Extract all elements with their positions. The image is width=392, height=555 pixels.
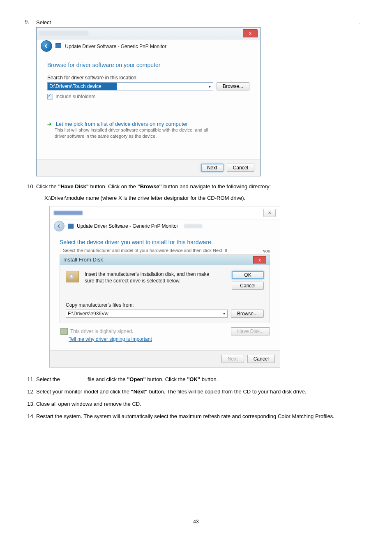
- cancel-button[interactable]: Cancel: [227, 164, 254, 172]
- hint-text: Select the manufacturer and model of you…: [63, 248, 270, 253]
- arrow-left-icon: [44, 44, 49, 49]
- step9-label: Select: [36, 18, 359, 25]
- insert-line2: sure that the correct drive is selected …: [85, 278, 226, 284]
- step-13: Close all open windows and remove the CD…: [36, 400, 367, 409]
- next-button[interactable]: Next: [221, 355, 244, 363]
- chevron-down-icon[interactable]: ▾: [207, 84, 213, 89]
- back-button[interactable]: [54, 221, 65, 231]
- cancel-button[interactable]: Cancel: [232, 282, 264, 290]
- let-me-pick-sub2: driver software in the same category as …: [55, 133, 249, 139]
- step-9: 9. Select .: [25, 18, 367, 25]
- browse-button[interactable]: Browse...: [217, 82, 249, 90]
- wizard-footer: Next Cancel: [50, 350, 280, 367]
- update-driver-window: x Update Driver Software - Generic PnP M…: [36, 27, 261, 176]
- install-from-disk-window: ✕ Update Driver Software - Generic PnP M…: [49, 206, 280, 368]
- close-icon[interactable]: x: [253, 256, 266, 264]
- disk-icon: [66, 271, 79, 282]
- chevron-down-icon[interactable]: ▾: [221, 311, 227, 316]
- have-disk-button[interactable]: Have Disk...: [231, 327, 270, 335]
- blurred-trail: [184, 224, 202, 228]
- install-from-disk-dialog: you Install From Disk x Insert the manuf…: [60, 254, 270, 323]
- back-button[interactable]: [41, 40, 52, 52]
- breadcrumb: Update Driver Software - Generic PnP Mon…: [55, 43, 166, 49]
- ok-button[interactable]: OK: [232, 271, 264, 279]
- step-11: Select the file and click the "Open" but…: [36, 375, 367, 384]
- cancel-button[interactable]: Cancel: [247, 355, 275, 363]
- step-14: Restart the system. The system will auto…: [36, 412, 367, 421]
- wizard-footer: Next Cancel: [37, 159, 260, 176]
- certificate-icon: [60, 328, 68, 335]
- blurred-title: [39, 31, 88, 36]
- search-path-combo[interactable]: ▾: [47, 82, 213, 90]
- include-subfolders-checkbox[interactable]: [47, 94, 53, 99]
- breadcrumb-bar: Update Driver Software - Generic PnP Mon…: [37, 39, 260, 55]
- arrow-left-icon: [57, 224, 61, 228]
- step-10-path: X:\Driver\module name (where X is the dr…: [44, 194, 367, 203]
- include-subfolders-label: Include subfolders: [55, 94, 95, 99]
- close-icon[interactable]: x: [243, 29, 258, 37]
- hint-trail: you: [263, 248, 270, 253]
- let-me-pick-sub1: This list will show installed driver sof…: [55, 127, 249, 133]
- step-10: Click the "Have Disk" button. Click on t…: [36, 182, 367, 203]
- monitor-icon: [55, 43, 61, 48]
- search-label: Search for driver software in this locat…: [47, 75, 249, 81]
- arrow-right-icon: ➔: [47, 121, 52, 127]
- copy-from-label: Copy manufacturer's files from:: [66, 302, 264, 308]
- copy-path-input[interactable]: [66, 310, 221, 317]
- dialog-title: Install From Disk: [63, 257, 103, 263]
- let-me-pick-title: Let me pick from a list of device driver…: [56, 121, 188, 127]
- divider-line: [25, 10, 367, 10]
- wizard-heading: Select the device driver you want to ins…: [60, 239, 270, 245]
- copy-path-combo[interactable]: ▾: [66, 310, 228, 318]
- browse-button[interactable]: Browse...: [231, 310, 264, 318]
- step9-trail: .: [359, 18, 367, 25]
- let-me-pick-option[interactable]: ➔ Let me pick from a list of device driv…: [47, 120, 249, 140]
- next-button[interactable]: Next: [201, 164, 224, 172]
- monitor-icon: [68, 224, 74, 229]
- breadcrumb-text: Update Driver Software - Generic PnP Mon…: [65, 44, 166, 49]
- page-number: 43: [25, 424, 367, 525]
- step9-number: 9.: [25, 18, 36, 25]
- window-titlebar: ✕: [50, 206, 280, 220]
- close-icon[interactable]: ✕: [263, 209, 276, 217]
- signed-text: This driver is digitally signed.: [70, 328, 133, 334]
- insert-line1: Insert the manufacturer's installation d…: [85, 271, 226, 278]
- tell-me-link[interactable]: Tell me why driver signing is important: [69, 336, 270, 342]
- blurred-caption: [54, 211, 83, 215]
- step-12: Select your monitor model and click the …: [36, 387, 367, 396]
- breadcrumb-text: Update Driver Software - Generic PnP Mon…: [77, 223, 178, 229]
- dialog-titlebar: Install From Disk x: [60, 255, 270, 265]
- search-path-input[interactable]: [48, 83, 117, 90]
- wizard-heading: Browse for driver software on your compu…: [47, 62, 249, 68]
- window-titlebar: x: [37, 28, 260, 39]
